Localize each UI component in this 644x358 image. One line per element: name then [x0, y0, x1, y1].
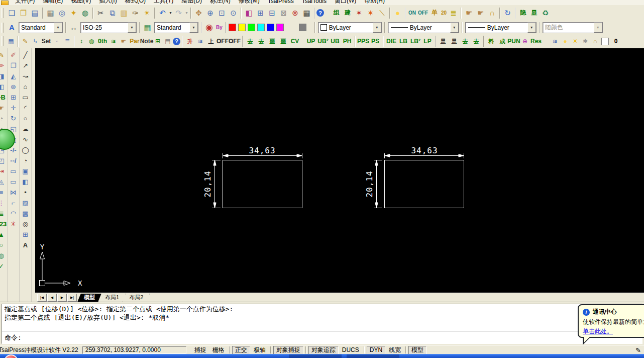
die-plate-button[interactable]: DIE: [385, 36, 397, 46]
fillet-button[interactable]: ◠: [8, 208, 19, 219]
explode-button[interactable]: ✳: [8, 219, 19, 229]
target-button[interactable]: ⊕: [520, 36, 530, 46]
explode-one-button[interactable]: ✶: [353, 7, 365, 19]
snap-toggle[interactable]: 捕捉: [192, 346, 209, 354]
sheet-set-button[interactable]: ⊠: [278, 7, 289, 19]
explode-all-button[interactable]: ✶: [365, 7, 376, 19]
plot-preview-button[interactable]: ◎: [56, 7, 68, 19]
cut-button[interactable]: ✂: [95, 7, 106, 19]
zoom-realtime-button[interactable]: ⊕: [204, 7, 216, 19]
ortho-toggle[interactable]: 正交: [232, 346, 250, 354]
hyperlink-button[interactable]: ◍: [79, 7, 91, 19]
match-properties-button[interactable]: ✑: [130, 7, 141, 19]
undo-dropdown[interactable]: ▾: [168, 7, 173, 19]
tool-button[interactable]: +B: [0, 92, 8, 103]
hide-button[interactable]: 隐: [517, 7, 528, 19]
copy-button[interactable]: ⧉: [106, 7, 118, 19]
swatch-yellow[interactable]: [238, 24, 246, 31]
menu-window[interactable]: 窗口(W): [331, 0, 360, 5]
ub2-plate-button[interactable]: UB²: [317, 36, 329, 46]
communication-center-balloon[interactable]: i 通讯中心 使软件保持最新的简单方 单击此处。: [578, 304, 644, 338]
tool-button[interactable]: ◍: [0, 250, 7, 261]
lb2-plate-button[interactable]: LB²: [409, 36, 421, 46]
erase-button[interactable]: ✐: [8, 50, 19, 60]
offset-button[interactable]: ⊚: [8, 81, 19, 92]
table-style-combo[interactable]: Standard ▼: [154, 22, 198, 33]
tool-button[interactable]: ⋮: [0, 198, 7, 208]
off-dim-button[interactable]: OFF: [217, 36, 229, 46]
save-button[interactable]: ▤: [29, 7, 41, 19]
tool-button[interactable]: ⇥: [0, 166, 7, 176]
rotate-button[interactable]: ↻: [8, 113, 19, 124]
undo-button[interactable]: ↶: [157, 7, 168, 19]
bars-button[interactable]: ≋: [109, 36, 119, 46]
tool-button[interactable]: ≣: [0, 208, 7, 219]
dim-height-label-2[interactable]: 20,14: [365, 170, 374, 197]
menu-dimension[interactable]: 标注(N): [206, 0, 235, 5]
res-button[interactable]: Res: [530, 36, 542, 46]
redo-dropdown[interactable]: ▾: [184, 7, 189, 19]
open-button[interactable]: ❒: [18, 7, 29, 19]
layer-unlock-icon[interactable]: ∩: [590, 36, 600, 46]
toolbar-grip[interactable]: [2, 36, 4, 46]
tool-button[interactable]: ○: [0, 240, 7, 250]
hand-pick-button[interactable]: ☛: [463, 7, 475, 19]
line-button[interactable]: ╱: [20, 50, 31, 60]
tool-button[interactable]: ◬: [0, 176, 7, 187]
dim-width-label-2[interactable]: 34,63: [411, 146, 438, 155]
markup-button[interactable]: ⊗: [289, 7, 301, 19]
note-button[interactable]: Note: [141, 36, 153, 46]
array-button[interactable]: ⊞: [8, 92, 19, 103]
dimensioned-rectangle-1[interactable]: [212, 153, 302, 208]
dimensioned-rectangle-2[interactable]: [374, 153, 464, 208]
up-mark-button[interactable]: 上: [205, 36, 217, 46]
globe-button[interactable]: ◍: [86, 36, 96, 46]
polar-toggle[interactable]: 极轴: [251, 346, 268, 354]
hatch-button[interactable]: ▨: [20, 198, 31, 208]
redo-button[interactable]: ↷: [173, 7, 184, 19]
hand-pick2-button[interactable]: ☛: [475, 7, 486, 19]
qu1-button[interactable]: 去: [245, 36, 256, 46]
layer-color-swatch[interactable]: [601, 38, 609, 45]
rise-button[interactable]: 升: [184, 36, 195, 46]
break-at-point-button[interactable]: ▭: [8, 166, 19, 176]
chamfer-button[interactable]: ⌐: [8, 198, 19, 208]
menu-format[interactable]: 格式(O): [121, 0, 150, 5]
ps-plate-button[interactable]: PS: [369, 36, 381, 46]
qu-up-button[interactable]: 去: [460, 36, 471, 46]
ducs-toggle[interactable]: DUCS: [340, 346, 362, 354]
drawing-canvas[interactable]: 34,63 20,14 34,63 20,14 Y X: [35, 48, 644, 293]
tool-button[interactable]: ▲: [0, 229, 7, 240]
plate2-button[interactable]: 噩: [278, 36, 289, 46]
tab-layout1[interactable]: 布局1: [98, 294, 126, 302]
tab-next-button[interactable]: ▶: [57, 294, 67, 302]
taskbar-button[interactable]: [347, 354, 399, 358]
swatch-red[interactable]: [229, 24, 236, 31]
show-button[interactable]: 显: [528, 7, 540, 19]
dim-height-label-1[interactable]: 20,14: [203, 170, 212, 197]
print-small-button[interactable]: ▤: [163, 36, 173, 46]
dim-style-combo[interactable]: ISO-25 ▼: [80, 22, 137, 33]
ellipse-button[interactable]: ◯: [20, 145, 31, 155]
chevron-down-icon[interactable]: ▼: [527, 23, 536, 33]
tool-palettes-button[interactable]: ⊟: [266, 7, 278, 19]
tool-button[interactable]: ◧: [0, 81, 7, 92]
bulb-button[interactable]: ●: [392, 7, 403, 19]
par-button[interactable]: Par: [129, 36, 141, 46]
group-on-button[interactable]: 组: [331, 7, 342, 19]
bycolor-icon[interactable]: By: [215, 22, 224, 33]
extents-button[interactable]: ▫: [52, 36, 62, 46]
publish-button[interactable]: ✦: [68, 7, 79, 19]
layer-on-button[interactable]: ON: [407, 7, 417, 19]
zoom-previous-button[interactable]: ⊙: [228, 7, 239, 19]
qu2-button[interactable]: 去: [256, 36, 267, 46]
layer-gear-icon[interactable]: ✱: [580, 36, 590, 46]
command-history[interactable]: 指定基点或 [位移(D)] <位移>: 指定第二个点或 <使用第一个点作为位移>…: [2, 304, 642, 331]
tool-button[interactable]: ◔: [0, 113, 7, 124]
layer-freeze-icon[interactable]: ☀: [570, 36, 580, 46]
region-button[interactable]: ◎: [20, 219, 31, 229]
grid-toggle[interactable]: 栅格: [210, 346, 227, 354]
osnap-toggle[interactable]: 对象捕捉: [273, 346, 303, 354]
chevron-down-icon[interactable]: ▼: [54, 23, 62, 33]
form-button[interactable]: 成: [497, 36, 508, 46]
